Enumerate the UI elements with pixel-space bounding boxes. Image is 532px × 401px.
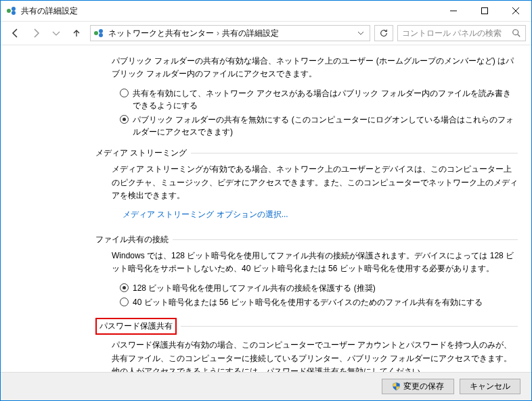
app-icon [6,5,17,16]
address-icon [93,28,104,39]
fileconn-radios: 128 ビット暗号化を使用してファイル共有の接続を保護する (推奨) 40 ビッ… [120,282,518,308]
minimize-button[interactable] [438,1,469,21]
media-desc: メディア ストリーミングが有効である場合、ネットワーク上のユーザーとデバイスは、… [112,163,518,202]
footer: 変更の保存 キャンセル [1,372,531,400]
public-folder-radios: 共有を有効にして、ネットワーク アクセスがある場合はパブリック フォルダー内のフ… [120,87,518,138]
svg-line-11 [518,34,520,37]
media-options-link[interactable]: メディア ストリーミング オプションの選択... [123,209,288,220]
maximize-button[interactable] [469,1,500,21]
svg-point-10 [513,30,518,35]
radio-icon [120,298,129,306]
window-controls [438,1,531,21]
svg-point-7 [94,31,98,35]
public-folder-opt-enable[interactable]: 共有を有効にして、ネットワーク アクセスがある場合はパブリック フォルダー内のフ… [120,87,518,112]
password-heading-highlight: パスワード保護共有 [95,318,177,335]
svg-point-0 [7,9,11,13]
window-title: 共有の詳細設定 [21,5,438,17]
save-button[interactable]: 変更の保存 [382,379,454,394]
fileconn-heading: ファイル共有の接続 [95,234,518,245]
recent-dropdown[interactable] [47,24,66,43]
content-area[interactable]: パブリック フォルダーの共有が有効な場合、ネットワーク上のユーザー (ホームグル… [1,45,531,372]
search-placeholder: コントロール パネルの検索 [402,28,512,39]
fileconn-desc: Windows では、128 ビット暗号化を使用してファイル共有の接続が保護され… [112,250,518,275]
close-button[interactable] [500,1,531,21]
fileconn-opt-40-56[interactable]: 40 ビット暗号化または 56 ビット暗号化を使用するデバイスのためのファイル共… [120,296,518,308]
address-dropdown-icon[interactable] [355,30,367,37]
back-button[interactable] [6,24,25,43]
radio-label: パブリック フォルダーの共有を無効にする (このコンピューターにログオンしている… [133,114,518,138]
radio-icon-checked [120,283,129,292]
radio-label: 共有を有効にして、ネットワーク アクセスがある場合はパブリック フォルダー内のフ… [133,87,518,112]
breadcrumb-item-1[interactable]: ネットワークと共有センター [108,28,214,39]
shield-icon [392,382,401,391]
radio-label: 40 ビット暗号化または 56 ビット暗号化を使用するデバイスのためのファイル共… [133,296,483,308]
toolbar: ネットワークと共有センター › 共有の詳細設定 コントロール パネルの検索 [1,21,531,45]
svg-point-8 [99,29,103,33]
save-label: 変更の保存 [403,381,444,392]
cancel-label: キャンセル [470,381,510,392]
refresh-button[interactable] [374,25,393,41]
password-desc: パスワード保護共有が有効の場合、このコンピューターでユーザー アカウントとパスワ… [112,339,518,372]
public-folder-desc: パブリック フォルダーの共有が有効な場合、ネットワーク上のユーザー (ホームグル… [112,55,518,80]
radio-label: 128 ビット暗号化を使用してファイル共有の接続を保護する (推奨) [133,282,376,294]
cancel-button[interactable]: キャンセル [460,379,520,394]
public-folder-opt-disable[interactable]: パブリック フォルダーの共有を無効にする (このコンピューターにログオンしている… [120,114,518,138]
fileconn-opt-128[interactable]: 128 ビット暗号化を使用してファイル共有の接続を保護する (推奨) [120,282,518,294]
radio-icon-checked [120,115,129,124]
up-button[interactable] [67,24,86,43]
breadcrumb-sep: › [217,28,219,38]
breadcrumb-item-2[interactable]: 共有の詳細設定 [222,28,279,39]
svg-point-9 [99,33,103,37]
titlebar: 共有の詳細設定 [1,1,531,21]
media-heading: メディア ストリーミング [95,147,518,159]
search-icon [512,28,521,38]
svg-rect-4 [482,8,488,14]
address-bar[interactable]: ネットワークと共有センター › 共有の詳細設定 [90,25,370,41]
breadcrumb: ネットワークと共有センター › 共有の詳細設定 [108,28,355,39]
search-box[interactable]: コントロール パネルの検索 [397,25,526,41]
forward-button[interactable] [26,24,45,43]
advanced-sharing-window: 共有の詳細設定 ネットワークと共有センター › 共有の詳細設定 コントロール パ… [0,0,532,401]
svg-point-1 [12,7,16,11]
password-heading-row: パスワード保護共有 [95,318,518,335]
radio-icon [120,89,129,97]
svg-point-2 [12,11,16,15]
